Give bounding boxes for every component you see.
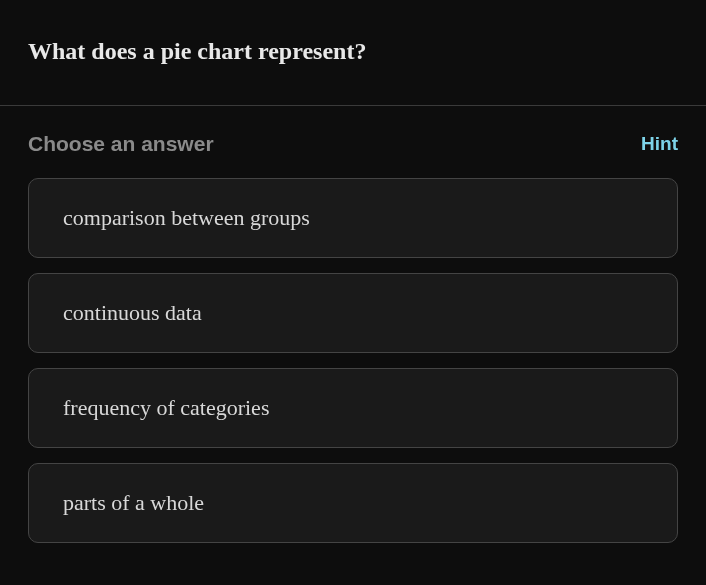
- answer-option-text: frequency of categories: [63, 395, 269, 420]
- answer-option-2[interactable]: frequency of categories: [28, 368, 678, 448]
- answer-option-1[interactable]: continuous data: [28, 273, 678, 353]
- question-text: What does a pie chart represent?: [28, 36, 678, 67]
- answer-option-0[interactable]: comparison between groups: [28, 178, 678, 258]
- answer-section: Choose an answer Hint comparison between…: [0, 106, 706, 571]
- answer-option-text: parts of a whole: [63, 490, 204, 515]
- hint-button[interactable]: Hint: [641, 133, 678, 155]
- choose-answer-label: Choose an answer: [28, 132, 214, 156]
- question-section: What does a pie chart represent?: [0, 0, 706, 106]
- answer-option-text: continuous data: [63, 300, 202, 325]
- answer-options-list: comparison between groups continuous dat…: [28, 178, 678, 543]
- answer-header: Choose an answer Hint: [28, 132, 678, 156]
- answer-option-3[interactable]: parts of a whole: [28, 463, 678, 543]
- answer-option-text: comparison between groups: [63, 205, 310, 230]
